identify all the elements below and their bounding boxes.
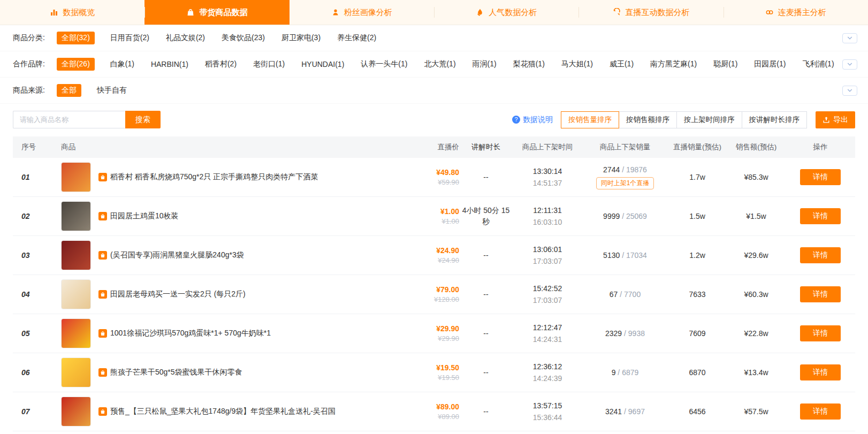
total-sales: / 9938 <box>622 329 645 338</box>
filter-option[interactable]: HYUNDAI(1) <box>300 58 345 70</box>
filter-option[interactable]: 北大荒(1) <box>423 58 456 71</box>
live-sales-cell: 7633 <box>668 290 727 299</box>
product-image <box>61 279 91 309</box>
tab-label: 直播互动数据分析 <box>625 7 689 18</box>
column-header: 序号 <box>13 142 50 152</box>
duration-cell: -- <box>459 367 513 378</box>
price-cell: ¥49.80¥59.90 <box>400 168 459 186</box>
filter-option[interactable]: 老街口(1) <box>252 58 286 71</box>
product-title[interactable]: (吴召国专享)雨润黑猪皇火腿肠240g*3袋 <box>110 250 244 260</box>
table-row: 02田园居土鸡蛋10枚装¥1.00¥1.004小时 50分 15秒12:11:3… <box>13 197 855 236</box>
original-price: ¥59.90 <box>400 178 459 186</box>
shelf-time-cell: 12:12:4714:24:31 <box>513 322 582 346</box>
tab-interaction[interactable]: 直播互动数据分析 <box>578 0 723 25</box>
price-cell: ¥79.00¥128.00 <box>400 285 459 303</box>
product-image <box>61 240 91 270</box>
total-sales: / 9697 <box>622 407 645 416</box>
product-title[interactable]: 1001徐福记沙琪玛570g鸡蛋味*1+ 570g牛奶味*1 <box>110 329 271 338</box>
filter-option[interactable]: 稻香村(2) <box>204 58 238 71</box>
filter-option[interactable]: 田园居(1) <box>753 58 787 71</box>
filter-option[interactable]: 飞利浦(1) <box>801 58 835 71</box>
detail-button[interactable]: 详情 <box>800 247 841 263</box>
filter-option[interactable]: 马大姐(1) <box>560 58 594 71</box>
original-price: ¥1.00 <box>400 217 459 225</box>
question-icon: ? <box>512 116 520 124</box>
price-cell: ¥24.90¥24.90 <box>400 246 459 264</box>
row-index: 04 <box>13 290 50 299</box>
detail-button[interactable]: 详情 <box>800 403 841 420</box>
tab-overview[interactable]: 数据概览 <box>0 0 144 25</box>
product-cell: 田园居土鸡蛋10枚装 <box>50 201 400 231</box>
original-price: ¥29.90 <box>400 334 459 342</box>
live-sales-cell: 1.7w <box>668 173 727 181</box>
shelf-off-time: 17:03:07 <box>513 255 582 267</box>
filter-option[interactable]: HARBIN(1) <box>150 58 189 70</box>
filter-option[interactable]: 养生保健(2) <box>336 32 377 44</box>
table-row: 06熊孩子芒果干50g*5袋蜜饯果干休闲零食¥19.50¥19.50--12:3… <box>13 353 855 392</box>
filter-option[interactable]: 厨卫家电(3) <box>280 32 322 44</box>
sort-button[interactable]: 按销售量排序 <box>561 111 619 128</box>
filter-option[interactable]: 雨润(1) <box>471 58 498 71</box>
shelf-time-cell: 13:06:0117:03:07 <box>513 243 582 268</box>
shelf-off-time: 14:51:37 <box>513 177 582 189</box>
product-title[interactable]: 熊孩子芒果干50g*5袋蜜饯果干休闲零食 <box>110 368 242 377</box>
live-price: ¥49.80 <box>400 168 459 177</box>
filter-option[interactable]: 梨花猫(1) <box>512 58 546 71</box>
product-cell: 预售_【三只松鼠_坚果大礼包1748g/9袋】年货坚果礼盒送礼-吴召国 <box>50 397 400 427</box>
shelf-off-time: 14:24:31 <box>513 333 582 345</box>
filter-row-source: 商品来源:全部快手自有 <box>0 78 868 104</box>
detail-button[interactable]: 详情 <box>800 325 841 341</box>
filter-panel: 商品分类:全部(32)日用百货(2)礼品文娱(2)美食饮品(23)厨卫家电(3)… <box>0 25 868 104</box>
detail-button[interactable]: 详情 <box>800 364 841 380</box>
tab-co-host[interactable]: 连麦播主分析 <box>724 0 868 25</box>
filter-option[interactable]: 威王(1) <box>608 58 635 71</box>
tab-products[interactable]: 带货商品数据 <box>144 0 289 25</box>
filter-option[interactable]: 美食饮品(23) <box>220 32 266 44</box>
filter-options: 全部(32)日用百货(2)礼品文娱(2)美食饮品(23)厨卫家电(3)养生保健(… <box>57 32 837 44</box>
filter-option[interactable]: 全部(32) <box>57 32 95 44</box>
column-header: 商品上下架销量 <box>582 142 668 152</box>
tab-popularity[interactable]: 人气数据分析 <box>434 0 578 25</box>
user-frame-icon <box>331 8 340 17</box>
filter-option[interactable]: 礼品文娱(2) <box>165 32 206 44</box>
table-row: 07预售_【三只松鼠_坚果大礼包1748g/9袋】年货坚果礼盒送礼-吴召国¥89… <box>13 392 855 431</box>
collapse-button[interactable] <box>842 33 857 43</box>
product-title[interactable]: 预售_【三只松鼠_坚果大礼包1748g/9袋】年货坚果礼盒送礼-吴召国 <box>110 407 336 416</box>
tab-fans[interactable]: 粉丝画像分析 <box>290 0 434 25</box>
filter-option[interactable]: 聪厨(1) <box>712 58 738 71</box>
filter-option[interactable]: 南方黑芝麻(1) <box>649 58 698 71</box>
filter-option[interactable]: 全部 <box>57 84 81 97</box>
export-icon <box>823 116 830 124</box>
detail-button[interactable]: 详情 <box>800 208 841 224</box>
detail-button[interactable]: 详情 <box>800 169 841 185</box>
filter-option[interactable]: 快手自有 <box>96 84 128 97</box>
export-button[interactable]: 导出 <box>816 111 855 128</box>
product-cell: 田园居老母鸡买一送一实发2只 (每只2斤) <box>50 279 400 309</box>
detail-button[interactable]: 详情 <box>800 286 841 302</box>
shelf-off-time: 17:03:07 <box>513 294 582 306</box>
product-title[interactable]: 稻香村 稻香私房烧鸡750g*2只 正宗手撕鸡整只肉类特产下酒菜 <box>110 172 318 182</box>
total-sales: / 17034 <box>620 251 647 260</box>
data-note-link[interactable]: ? 数据说明 <box>512 115 553 125</box>
search-button[interactable]: 搜索 <box>125 111 161 128</box>
search-input[interactable] <box>13 111 125 128</box>
filter-option[interactable]: 认养一头牛(1) <box>360 58 408 71</box>
filter-option[interactable]: 白象(1) <box>109 58 135 71</box>
table-body: 01稻香村 稻香私房烧鸡750g*2只 正宗手撕鸡整只肉类特产下酒菜¥49.80… <box>13 158 855 431</box>
sort-button[interactable]: 按讲解时长排序 <box>742 111 808 128</box>
collapse-button[interactable] <box>842 59 857 70</box>
live-price: ¥79.00 <box>400 285 459 294</box>
product-image <box>61 162 91 192</box>
product-title[interactable]: 田园居老母鸡买一送一实发2只 (每只2斤) <box>110 290 246 299</box>
shelf-on-time: 12:36:12 <box>513 361 582 372</box>
sort-button[interactable]: 按上架时间排序 <box>676 111 742 128</box>
collapse-button[interactable] <box>842 86 857 96</box>
action-cell: 详情 <box>786 208 855 224</box>
sort-button[interactable]: 按销售额排序 <box>619 111 677 128</box>
shelf-time-cell: 15:42:5217:03:07 <box>513 283 582 307</box>
shelf-sales-cell: 3241 / 9697 <box>582 407 668 416</box>
product-title[interactable]: 田园居土鸡蛋10枚装 <box>110 211 179 221</box>
filter-option[interactable]: 全部(26) <box>57 58 95 71</box>
filter-row-category: 商品分类:全部(32)日用百货(2)礼品文娱(2)美食饮品(23)厨卫家电(3)… <box>0 25 868 51</box>
filter-option[interactable]: 日用百货(2) <box>109 32 150 44</box>
